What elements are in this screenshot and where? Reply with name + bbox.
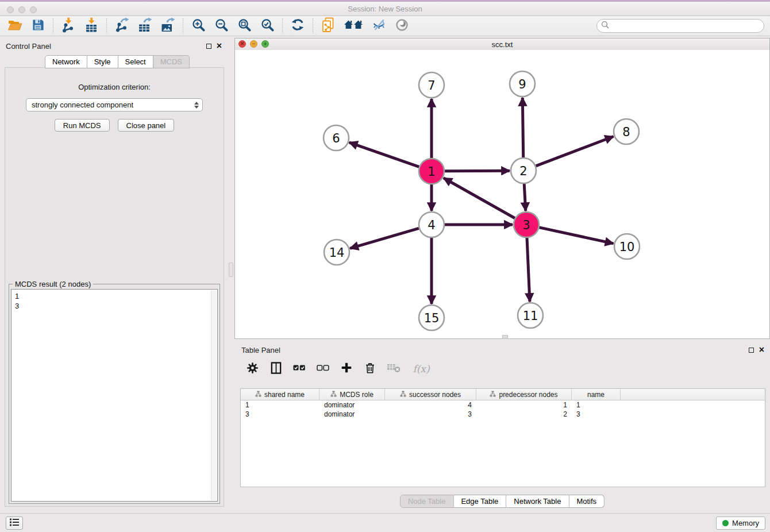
graph-node-1[interactable]: 1 [419,159,444,184]
toolbar-separator [106,18,107,33]
task-history-button[interactable] [6,516,23,530]
table-settings-button[interactable] [245,361,260,376]
table-panel-tabs: Node Table Edge Table Network Table Moti… [400,495,605,508]
svg-text:10: 10 [619,240,635,254]
zoom-fit-button[interactable] [235,17,253,34]
graph-node-8[interactable]: 8 [614,119,639,144]
export-network-button[interactable] [113,17,131,34]
run-mcds-button[interactable]: Run MCDS [55,119,110,132]
open-session-button[interactable] [6,17,24,34]
tab-mcds[interactable]: MCDS [153,55,190,68]
float-panel-icon[interactable] [206,44,211,49]
graph-node-7[interactable]: 7 [419,72,444,98]
graph-node-14[interactable]: 14 [324,240,349,265]
graph-node-15[interactable]: 15 [419,305,444,330]
delete-column-button[interactable] [363,361,378,376]
tab-network-table[interactable]: Network Table [506,495,569,508]
graph-edge-3-11[interactable] [527,238,530,302]
mcds-result-textarea[interactable]: 1 3 [11,289,218,502]
table-cell[interactable]: 2 [476,410,572,418]
select-all-rows-button[interactable] [292,361,307,376]
table-cell[interactable]: 3 [572,410,621,418]
graph-edge-2-9[interactable] [522,98,523,157]
memory-button[interactable]: Memory [716,516,765,530]
network-resize-grip[interactable] [502,335,508,339]
graph-node-4[interactable]: 4 [419,212,444,237]
network-window-titlebar[interactable]: ✕ − ＋ scc.txt [235,38,769,51]
search-input[interactable] [611,20,764,32]
zoom-selected-button[interactable] [258,17,276,34]
network-canvas[interactable]: 7968124314101511 [235,50,769,338]
graph-edge-2-3[interactable] [524,184,526,211]
column-header[interactable]: predecessor nodes [476,389,572,400]
import-table-button[interactable] [82,17,101,34]
hide-graphics-details-button[interactable] [369,17,388,34]
svg-text:6: 6 [332,132,340,145]
table-cell[interactable]: 1 [476,401,572,409]
network-window-title: scc.txt [235,40,769,49]
graph-edge-1-2[interactable] [445,171,510,171]
tab-style[interactable]: Style [87,55,118,68]
show-graphics-details-button[interactable] [392,17,411,34]
export-image-button[interactable] [159,17,177,34]
table-cell[interactable]: 1 [572,401,621,409]
graph-node-2[interactable]: 2 [511,158,536,183]
criterion-dropdown[interactable]: strongly connected component [26,98,203,111]
node-table[interactable]: shared nameMCDS rolesuccessor nodesprede… [240,388,765,487]
tab-select[interactable]: Select [118,55,153,68]
graph-node-11[interactable]: 11 [518,303,543,328]
column-header[interactable]: name [572,389,621,400]
zoom-in-button[interactable] [189,17,207,34]
float-table-panel-icon[interactable] [749,348,754,353]
table-cell[interactable]: 4 [385,401,476,409]
session-home-button[interactable] [342,17,365,34]
svg-text:3: 3 [522,218,530,232]
table-row[interactable]: 3dominator323 [241,410,765,419]
close-panel-icon[interactable]: × [217,43,222,49]
tab-node-table[interactable]: Node Table [400,495,454,508]
graph-node-9[interactable]: 9 [510,71,535,97]
graph-edge-3-1[interactable] [444,178,515,218]
column-header-label: successor nodes [409,391,461,399]
table-row[interactable]: 1dominator411 [241,400,765,410]
close-panel-button[interactable]: Close panel [118,119,175,132]
table-toolbar: f(x) [245,361,433,376]
graph-edge-4-14[interactable] [350,228,419,248]
open-folder-icon [7,18,22,33]
table-cell[interactable]: 1 [241,401,319,409]
tab-edge-table[interactable]: Edge Table [453,495,506,508]
search-icon [601,21,609,31]
graph-edge-1-6[interactable] [349,142,419,167]
deselect-all-rows-button[interactable] [315,361,330,376]
graph-edge-3-10[interactable] [539,228,613,244]
column-header[interactable]: MCDS role [319,389,385,400]
panel-splitter-handle[interactable] [229,263,233,277]
table-cell[interactable]: dominator [319,401,385,409]
tab-network[interactable]: Network [45,55,87,68]
create-column-button[interactable] [339,361,354,376]
toolbar-separator [53,18,54,33]
toggle-column-pane-button[interactable] [268,361,283,376]
column-header[interactable]: shared name [241,389,319,400]
save-session-button[interactable] [29,17,47,34]
delete-table-button[interactable] [386,361,401,376]
tab-motifs[interactable]: Motifs [569,495,605,508]
graph-edge-2-8[interactable] [536,137,614,166]
import-network-button[interactable] [59,17,78,34]
graph-node-6[interactable]: 6 [324,125,349,151]
graph-node-10[interactable]: 10 [614,234,640,259]
export-table-button[interactable] [136,17,154,34]
search-box[interactable] [596,19,764,33]
column-header[interactable]: successor nodes [385,389,476,400]
control-panel: Control Panel × Network Style Select MCD… [2,38,226,508]
zoom-out-button[interactable] [212,17,230,34]
clone-network-button[interactable] [319,17,337,34]
table-cell[interactable]: 3 [241,410,319,418]
graph-node-3[interactable]: 3 [514,212,539,237]
close-table-panel-icon[interactable]: × [759,347,764,353]
table-cell[interactable]: dominator [319,410,385,418]
result-scrollbar[interactable] [211,290,217,500]
function-builder-button[interactable]: f(x) [410,361,433,376]
table-cell[interactable]: 3 [385,410,476,418]
apply-layout-button[interactable] [288,17,307,34]
